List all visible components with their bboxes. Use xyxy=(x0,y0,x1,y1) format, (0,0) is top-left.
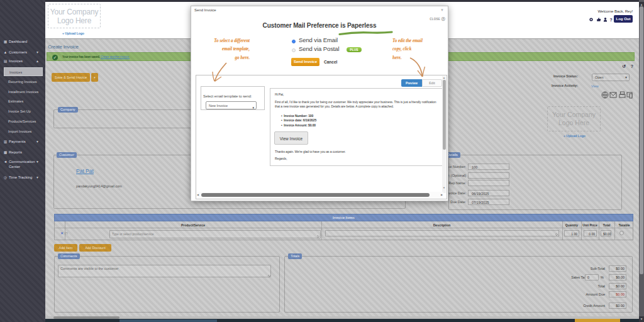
svg-text:?: ? xyxy=(610,18,613,22)
